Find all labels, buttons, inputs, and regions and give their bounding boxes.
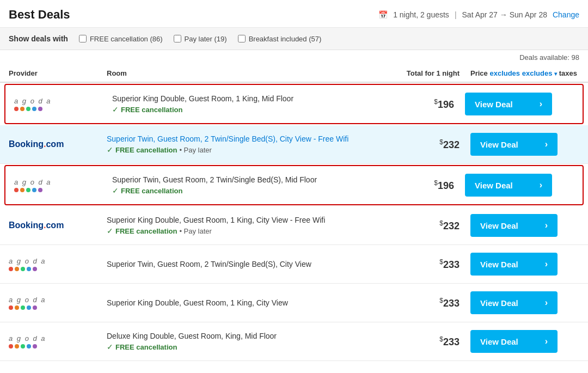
filter-pay-later[interactable]: Pay later (19)	[174, 35, 227, 43]
room-info: Superior King Double, Guest Room, 1 King…	[107, 298, 383, 307]
room-info: Superior Twin, Guest Room, 2 Twin/Single…	[107, 260, 383, 268]
agoda-text: a g o d a	[9, 334, 46, 343]
agoda-dot	[27, 344, 31, 348]
table-header: Provider Room Total for 1 night Price ex…	[0, 65, 588, 83]
filter-label: Show deals with	[9, 34, 68, 43]
filter-breakfast[interactable]: Breakfast included (57)	[238, 35, 322, 43]
view-deal-button[interactable]: View Deal ›	[465, 174, 552, 197]
price-cell: $233	[383, 258, 470, 271]
agoda-dot	[27, 305, 31, 310]
pay-later-checkbox[interactable]	[174, 35, 181, 42]
price-cell: $196	[378, 179, 465, 192]
check-icon: ✓	[107, 227, 113, 235]
free-cancel-text: FREE cancellation	[115, 343, 177, 351]
page-header: Best Deals 📅 1 night, 2 guests | Sat Apr…	[0, 0, 588, 28]
agoda-dots	[9, 344, 37, 348]
agoda-dot	[21, 267, 25, 271]
agoda-dot	[32, 188, 36, 192]
agoda-dot	[33, 344, 37, 348]
agoda-dot	[32, 107, 36, 111]
view-deal-label: View Deal	[480, 298, 518, 308]
view-deal-button[interactable]: View Deal ›	[465, 93, 552, 115]
price-cell: $233	[383, 335, 470, 348]
view-deal-button[interactable]: View Deal ›	[470, 133, 558, 156]
agoda-dot	[38, 188, 42, 192]
agoda-dot	[15, 344, 19, 348]
arrow-icon: ›	[540, 99, 542, 109]
room-name[interactable]: Superior Twin, Guest Room, 2 Twin/Single…	[107, 134, 372, 143]
agoda-dot	[33, 305, 37, 310]
provider-booking: Booking.com	[9, 221, 107, 230]
agoda-dot	[15, 305, 19, 310]
agoda-dots	[14, 107, 42, 111]
agoda-dots	[9, 305, 37, 310]
arrow-icon: ›	[545, 139, 548, 149]
col-price: Price excludes excludes ▾ taxes	[470, 69, 579, 77]
free-cancel-badge: ✓ FREE cancellation • Pay later	[107, 227, 372, 235]
view-deal-button[interactable]: View Deal ›	[470, 291, 558, 314]
view-deal-label: View Deal	[480, 337, 518, 346]
arrow-icon: ›	[545, 337, 548, 346]
col-total: Total for 1 night	[383, 69, 470, 77]
agoda-dot	[38, 107, 42, 111]
free-cancel-text: FREE cancellation	[121, 106, 182, 114]
arrow-icon: ›	[545, 259, 548, 269]
free-cancel-badge: ✓ FREE cancellation	[112, 105, 367, 114]
room-name: Superior King Double, Guest Room, 1 King…	[112, 94, 367, 103]
price-cell: $233	[383, 297, 470, 309]
breakfast-label: Breakfast included (57)	[249, 35, 322, 43]
deal-row: a g o d a Superior Twin, Guest Room, 2 T…	[0, 245, 588, 284]
view-deal-label: View Deal	[475, 100, 513, 109]
date-range: Sat Apr 27 → Sun Apr 28	[462, 10, 547, 19]
deals-container: a g o d a Superior King Double, Guest Ro…	[0, 84, 588, 361]
change-link[interactable]: Change	[553, 10, 579, 19]
arrow-icon: ›	[545, 298, 548, 308]
filter-free-cancel[interactable]: FREE cancellation (86)	[79, 35, 163, 43]
booking-logo: Booking.com	[9, 221, 64, 230]
separator: |	[455, 10, 457, 19]
provider-agoda: a g o d a	[9, 257, 107, 271]
page-title: Best Deals	[9, 8, 70, 22]
agoda-dot	[20, 188, 24, 192]
view-deal-button[interactable]: View Deal ›	[470, 214, 558, 237]
room-name: Superior Twin, Guest Room, 2 Twin/Single…	[112, 175, 367, 184]
price-excludes-link[interactable]: excludes	[489, 69, 520, 77]
free-cancel-text: FREE cancellation	[115, 227, 177, 235]
deal-row: Booking.com Superior King Double, Guest …	[0, 206, 588, 245]
view-deal-button[interactable]: View Deal ›	[470, 253, 558, 276]
price-excludes-text[interactable]: excludes	[522, 69, 553, 77]
deal-row: a g o d a Superior Twin, Guest Room, 2 T…	[4, 165, 584, 205]
deal-row: a g o d a Deluxe King Double, Guest Room…	[0, 322, 588, 361]
free-cancel-label: FREE cancellation (86)	[90, 35, 163, 43]
free-cancel-checkbox[interactable]	[79, 35, 87, 42]
agoda-dot	[9, 267, 13, 271]
col-room: Room	[107, 69, 383, 77]
agoda-dot	[21, 344, 25, 348]
agoda-text: a g o d a	[9, 257, 46, 265]
agoda-dot	[14, 188, 19, 192]
stay-info: 1 night, 2 guests	[393, 10, 449, 19]
view-deal-label: View Deal	[475, 181, 513, 190]
view-deal-label: View Deal	[480, 140, 518, 149]
agoda-dot	[9, 344, 13, 348]
price-cell: $232	[383, 138, 470, 151]
agoda-dot	[9, 305, 13, 310]
provider-agoda: a g o d a	[14, 178, 112, 192]
arrow-icon: ›	[545, 221, 548, 230]
breakfast-checkbox[interactable]	[238, 35, 246, 42]
agoda-dot	[14, 107, 19, 111]
agoda-dot	[27, 267, 31, 271]
chevron-down-icon: ▾	[554, 71, 557, 77]
room-info: Superior Twin, Guest Room, 2 Twin/Single…	[107, 134, 383, 154]
room-info: Deluxe King Double, Guest Room, King, Mi…	[107, 332, 383, 351]
room-name: Superior King Double, Guest Room, 1 King…	[107, 298, 372, 307]
price-label: Price	[470, 69, 488, 77]
view-deal-button[interactable]: View Deal ›	[470, 330, 558, 353]
agoda-text: a g o d a	[14, 97, 52, 105]
agoda-dot	[20, 107, 24, 111]
price-cell: $232	[383, 219, 470, 232]
provider-agoda: a g o d a	[14, 97, 112, 111]
pay-later-text: • Pay later	[179, 146, 211, 154]
booking-logo: Booking.com	[9, 139, 64, 149]
free-cancel-text: FREE cancellation	[115, 146, 177, 154]
